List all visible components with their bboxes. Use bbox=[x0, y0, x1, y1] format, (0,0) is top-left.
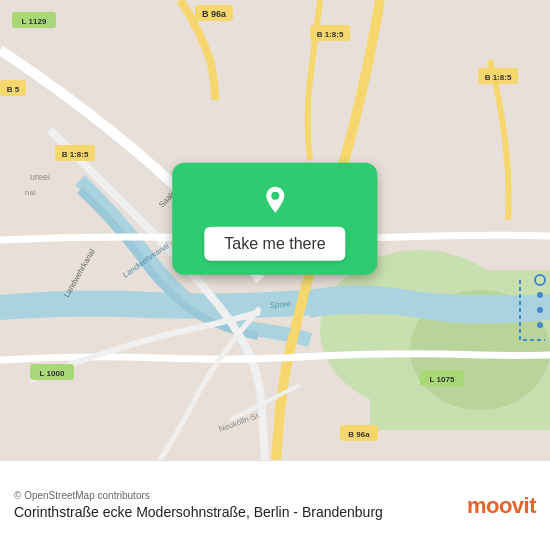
svg-text:L 1000: L 1000 bbox=[40, 369, 65, 378]
svg-text:L 1129: L 1129 bbox=[22, 17, 47, 26]
location-pin-icon bbox=[256, 181, 294, 219]
map-container: B 96a B 1:8:5 B 1:8:5 L 1129 B 5 B 1:8:5… bbox=[0, 0, 550, 460]
svg-text:B 96a: B 96a bbox=[348, 430, 370, 439]
bottom-info: © OpenStreetMap contributors Corinthstra… bbox=[14, 490, 383, 521]
svg-point-35 bbox=[271, 192, 279, 200]
svg-text:B 1:8:5: B 1:8:5 bbox=[485, 73, 512, 82]
green-card: Take me there bbox=[172, 163, 377, 275]
take-me-there-button[interactable]: Take me there bbox=[204, 227, 345, 261]
svg-text:L 1075: L 1075 bbox=[430, 375, 455, 384]
svg-text:nal: nal bbox=[25, 188, 36, 197]
moovit-brand-text: moovit bbox=[467, 493, 536, 519]
svg-point-30 bbox=[537, 322, 543, 328]
svg-text:Spree: Spree bbox=[269, 299, 292, 310]
svg-text:B 5: B 5 bbox=[7, 85, 20, 94]
button-overlay: Take me there bbox=[172, 163, 377, 275]
svg-text:B 1:8:5: B 1:8:5 bbox=[317, 30, 344, 39]
moovit-logo: moovit bbox=[467, 493, 536, 519]
svg-text:B 1:8:5: B 1:8:5 bbox=[62, 150, 89, 159]
svg-point-29 bbox=[537, 307, 543, 313]
osm-attribution: © OpenStreetMap contributors bbox=[14, 490, 383, 501]
svg-text:ureei: ureei bbox=[30, 172, 50, 182]
svg-text:B 96a: B 96a bbox=[202, 9, 227, 19]
bottom-bar: © OpenStreetMap contributors Corinthstra… bbox=[0, 460, 550, 550]
location-name: Corinthstraße ecke Modersohnstraße, Berl… bbox=[14, 503, 383, 521]
svg-point-28 bbox=[537, 292, 543, 298]
